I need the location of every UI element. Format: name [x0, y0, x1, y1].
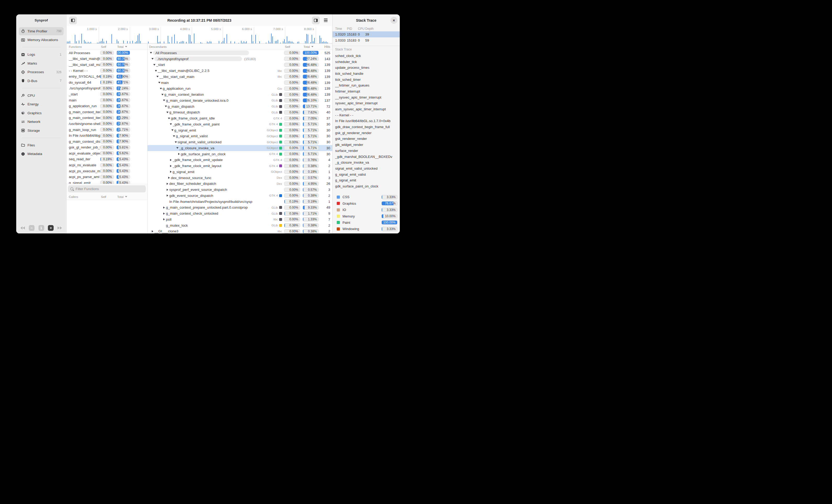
function-row[interactable]: g_signal_emit0.00%15.43%15.43% [67, 180, 147, 184]
stack-frame[interactable]: hrtimer_interrupt [333, 88, 400, 94]
column-callers[interactable]: Callers [67, 195, 100, 198]
tree-row[interactable]: g_main_context_prepare_unlocked.part.0.c… [148, 205, 332, 211]
function-row[interactable]: g_application_run0.00%26.67%26.67% [67, 103, 147, 109]
column-callers-self[interactable]: Self [100, 195, 114, 198]
descendants-column-header[interactable]: Descendants Self Total Hits [148, 44, 332, 50]
function-row[interactable]: acpi_evaluate_object0.00%15.62%15.62% [67, 150, 147, 156]
function-row[interactable]: main0.00%26.67%26.67% [67, 97, 147, 103]
stack-frame[interactable]: __hrtimer_run_queues [333, 82, 400, 88]
function-row[interactable]: acpi_ps_execute_met0.00%15.43%15.43% [67, 168, 147, 174]
stack-frame[interactable]: gsk_renderer_render [333, 136, 400, 142]
tree-row[interactable]: gdk_frame_clock_paint_idleGTK 40.00%7.05… [148, 115, 332, 121]
expand-icon[interactable] [162, 218, 166, 220]
close-icon[interactable]: × [390, 17, 397, 24]
sidebar-item-marks[interactable]: Marks [19, 59, 63, 67]
stack-frame[interactable]: gsk_gl_renderer_render [333, 130, 400, 136]
sidebar-item-graphics[interactable]: Graphics [19, 109, 63, 117]
expand-icon[interactable] [162, 213, 166, 215]
sidebar-item-processes[interactable]: Processes326 [19, 68, 63, 76]
function-row[interactable]: acpi_ns_evaluate0.00%15.43%15.43% [67, 162, 147, 168]
tree-row[interactable]: g_main_context_iterationGLib0.00%26.48%2… [148, 91, 332, 97]
column-desc-total[interactable]: Total [303, 45, 319, 48]
collapse-icon[interactable] [151, 58, 154, 60]
function-row[interactable]: do_syscall_640.19%0.19%41.71%41.71% [67, 80, 147, 85]
collapse-icon[interactable] [164, 106, 168, 107]
function-row[interactable]: g_main_context_itera0.00%26.29%26.29% [67, 115, 147, 121]
tree-row[interactable]: main0.00%26.48%26.48%139 [148, 80, 332, 86]
stack-frame[interactable]: g_signal_emit_valist [333, 171, 400, 177]
collapse-icon[interactable] [174, 141, 178, 143]
sidebar-item-files[interactable]: Files [19, 141, 63, 149]
expand-icon[interactable] [151, 230, 154, 232]
tree-row[interactable]: gdk_event_source_dispatchGTK 40.00%0.38%… [148, 193, 332, 199]
tree-row[interactable]: gdk_surface_paint_on_clockGTK 40.00%5.71… [148, 151, 332, 157]
function-row[interactable]: g_main_context_disp0.00%17.90%17.90% [67, 139, 147, 145]
collapse-icon[interactable] [169, 123, 173, 125]
tree-row[interactable]: g_signal_emitGObject0.00%5.71%5.71%30 [148, 127, 332, 133]
zoom-out-button[interactable]: − [29, 225, 34, 231]
tree-row[interactable]: g_main_context_check_unlockedGLib0.38%0.… [148, 211, 332, 217]
stack-frame[interactable]: signal_emit_valist_unlocked [333, 166, 400, 171]
tree-row[interactable]: _start0.00%26.48%26.48%139 [148, 62, 332, 68]
expand-icon[interactable] [169, 171, 173, 173]
sidebar-toggle-button[interactable] [69, 17, 77, 24]
sidebar-item-energy[interactable]: Energy [19, 100, 63, 108]
tree-row[interactable]: dex_timeout_source_funcDex0.00%0.57%0.57… [148, 175, 332, 181]
function-row[interactable]: __libc_start_main@G0.00%60.76%60.76% [67, 56, 147, 62]
sidebar-item-metadata[interactable]: Metadata [19, 150, 63, 158]
sidebar-item-memory-allocations[interactable]: Memory Allocations [19, 36, 63, 44]
column-self[interactable]: Self [100, 45, 114, 48]
stack-frame[interactable]: gtk_widget_render [333, 142, 400, 148]
stack-frame[interactable]: - - Kernel - - [333, 112, 400, 118]
collapse-icon[interactable] [159, 88, 163, 89]
column-desc-self[interactable]: Self [284, 45, 300, 48]
tree-row[interactable]: g_signal_emit_valistGObject0.00%5.71%5.7… [148, 133, 332, 139]
tree-row[interactable]: ./src/sysprof/sysprof(15183)0.00%27.24%2… [148, 56, 332, 62]
zoom-in-button[interactable]: + [48, 225, 54, 231]
function-row[interactable]: All Processes0.00%100.00%100.00% [67, 50, 147, 56]
tree-row[interactable]: _gdk_frame_clock_emit_updateGTK 40.00%0.… [148, 157, 332, 163]
tree-row[interactable]: __GI___clone3libc0.00%0.38%0.38%2 [148, 228, 332, 234]
function-row[interactable]: ./src/sysprof/sysprof0.00%27.24%27.24% [67, 85, 147, 91]
tree-row[interactable]: _g_closure_invoke_vaGObject0.00%5.71%5.7… [148, 145, 332, 151]
tree-row[interactable]: All Processes0.00%100.00%100.00%525 [148, 50, 332, 56]
sample-row[interactable]: 1.032015183039 [333, 31, 400, 37]
function-row[interactable]: _start0.00%26.67%26.67% [67, 91, 147, 97]
expand-icon[interactable] [165, 183, 169, 185]
column-total[interactable]: Total [116, 45, 130, 48]
sample-row[interactable]: 1.033315183059 [333, 37, 400, 44]
function-row[interactable]: gsk_gl_render_job_vi0.00%15.81%15.81% [67, 145, 147, 150]
tree-row[interactable]: _gdk_frame_clock_emit_layoutGTK 40.00%0.… [148, 163, 332, 169]
sidebar-item-d-bus[interactable]: D-Bus7 [19, 77, 63, 85]
collapse-icon[interactable] [172, 135, 176, 137]
function-row[interactable]: acpi_ps_parse_aml0.00%15.43%15.43% [67, 174, 147, 180]
stack-frame[interactable]: _gdk_marshal_BOOLEAN__BOXEDv [333, 154, 400, 160]
tree-row[interactable]: dex_fiber_scheduler_dispatchDex0.00%4.95… [148, 181, 332, 187]
function-row[interactable]: g_main_context_itera0.00%26.67%26.67% [67, 109, 147, 115]
rewind-icon[interactable] [20, 226, 25, 229]
function-row[interactable]: entry_SYSCALL_64_a0.19%0.19%41.90%41.90% [67, 74, 147, 80]
tree-row[interactable]: polllibc0.00%1.33%1.33%7 [148, 217, 332, 222]
collapse-icon[interactable] [156, 76, 159, 77]
expand-icon[interactable] [177, 153, 181, 155]
tree-row[interactable]: g_main_context_iterate_unlocked.isra.0GL… [148, 97, 332, 104]
callers-column-header[interactable]: Callers Self Total [67, 194, 147, 200]
fast-forward-icon[interactable] [57, 226, 62, 229]
collapse-icon[interactable] [162, 100, 166, 101]
collapse-icon[interactable] [154, 70, 158, 72]
expand-icon[interactable] [165, 195, 169, 197]
tree-row[interactable]: g_signal_emitGObject0.00%0.19%0.19%1 [148, 169, 332, 175]
expand-icon[interactable] [169, 165, 173, 167]
stack-frame[interactable]: surface_render [333, 148, 400, 154]
sidebar-item-cpu[interactable]: CPU [19, 91, 63, 100]
tree-row[interactable]: signal_emit_valist_unlockedGObject0.00%5… [148, 139, 332, 145]
expand-icon[interactable] [162, 206, 166, 208]
expand-icon[interactable] [165, 189, 169, 191]
function-row[interactable]: __libc_start_call_mai0.00%60.76%60.76% [67, 62, 147, 68]
tree-row[interactable]: g_application_runGio0.00%26.48%26.48%139 [148, 86, 332, 92]
stack-frame[interactable]: update_process_times [333, 64, 400, 71]
collapse-icon[interactable] [165, 112, 169, 113]
column-callers-total[interactable]: Total [116, 195, 130, 198]
tree-row[interactable]: g_mutex_lockGLib0.38%0.38%0.38%0.38%2 [148, 222, 332, 228]
column-functions[interactable]: Functions [67, 45, 100, 48]
